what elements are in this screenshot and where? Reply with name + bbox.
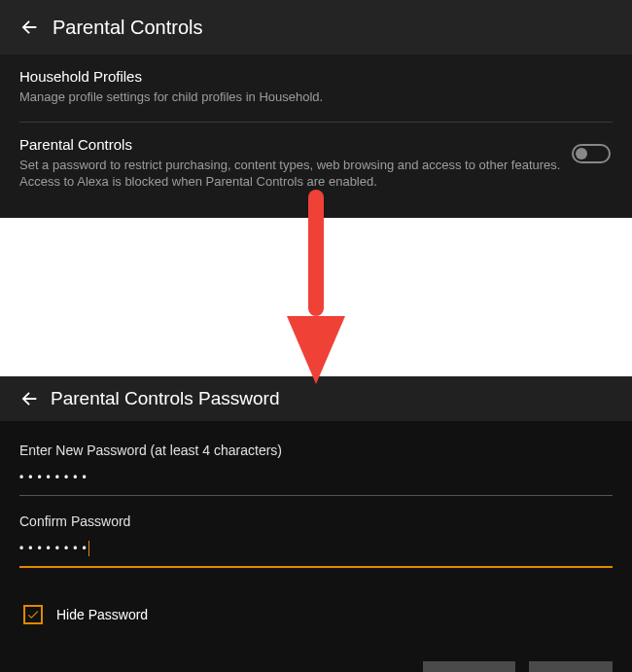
enter-password-label: Enter New Password (at least 4 character… xyxy=(19,442,613,458)
cancel-button[interactable]: CANCEL xyxy=(423,661,516,672)
app-bar: Parental Controls Password xyxy=(0,376,632,421)
password-form: Enter New Password (at least 4 character… xyxy=(0,421,632,593)
check-icon xyxy=(26,608,40,621)
parental-controls-toggle[interactable] xyxy=(572,144,611,163)
page-title: Parental Controls Password xyxy=(51,388,280,409)
toggle-knob xyxy=(576,148,587,159)
password-setup-screen: Parental Controls Password Enter New Pas… xyxy=(0,376,632,672)
back-button[interactable] xyxy=(12,10,47,45)
screenshot-gap xyxy=(0,218,632,376)
hide-password-row: Hide Password xyxy=(0,593,632,644)
arrow-left-icon xyxy=(18,388,40,409)
input-underline-active xyxy=(19,566,613,568)
text-cursor xyxy=(88,541,89,556)
household-desc: Manage profile settings for child profil… xyxy=(19,88,564,106)
back-button[interactable] xyxy=(12,381,47,416)
confirm-password-value: •••••••• xyxy=(19,542,91,555)
settings-parental-controls-screen: Parental Controls Household Profiles Man… xyxy=(0,0,632,218)
page-title: Parental Controls xyxy=(53,17,203,39)
parental-heading: Parental Controls xyxy=(19,136,611,153)
parental-controls-row: Parental Controls Set a password to rest… xyxy=(0,123,632,218)
household-profiles-row[interactable]: Household Profiles Manage profile settin… xyxy=(0,54,632,122)
hide-password-checkbox[interactable] xyxy=(23,605,43,624)
hide-password-label: Hide Password xyxy=(56,607,148,622)
confirm-password-input[interactable]: •••••••• xyxy=(19,539,613,558)
arrow-left-icon xyxy=(18,17,40,38)
app-bar: Parental Controls xyxy=(0,0,632,54)
enter-password-input[interactable]: •••••••• xyxy=(19,468,613,487)
button-row: CANCEL FINISH xyxy=(0,644,632,672)
input-underline xyxy=(19,495,613,496)
confirm-password-label: Confirm Password xyxy=(19,513,613,529)
household-heading: Household Profiles xyxy=(19,68,611,85)
enter-password-value: •••••••• xyxy=(19,471,91,484)
finish-button[interactable]: FINISH xyxy=(529,661,613,672)
parental-desc: Set a password to restrict purchasing, c… xyxy=(19,157,564,191)
